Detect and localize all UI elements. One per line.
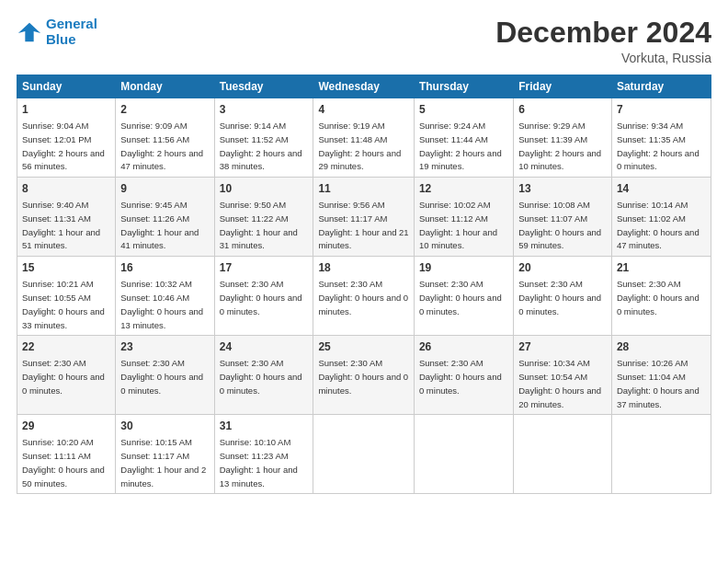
- day-sun-info: Sunrise: 10:21 AM Sunset: 10:55 AM Dayli…: [22, 279, 105, 329]
- day-number: 12: [419, 181, 508, 197]
- calendar: SundayMondayTuesdayWednesdayThursdayFrid…: [17, 75, 711, 494]
- day-sun-info: Sunset: 2:30 AM Daylight: 0 hours and 0 …: [419, 358, 502, 396]
- calendar-cell: 24Sunset: 2:30 AM Daylight: 0 hours and …: [214, 336, 313, 415]
- calendar-cell: [611, 415, 711, 494]
- location: Vorkuta, Russia: [495, 51, 711, 65]
- day-number: 23: [120, 339, 209, 355]
- day-of-week-saturday: Saturday: [611, 75, 711, 98]
- calendar-cell: 22Sunset: 2:30 AM Daylight: 0 hours and …: [17, 336, 116, 415]
- calendar-cell: 13Sunrise: 10:08 AM Sunset: 11:07 AM Day…: [514, 178, 612, 257]
- day-sun-info: Sunrise: 9:14 AM Sunset: 11:52 AM Daylig…: [220, 121, 302, 171]
- day-sun-info: Sunset: 2:30 AM Daylight: 0 hours and 0 …: [22, 358, 105, 396]
- logo-text: General Blue: [46, 17, 97, 47]
- calendar-cell: 1Sunrise: 9:04 AM Sunset: 12:01 PM Dayli…: [17, 98, 116, 178]
- day-number: 13: [518, 181, 607, 197]
- day-number: 17: [220, 260, 309, 276]
- day-number: 25: [318, 339, 409, 355]
- day-number: 22: [22, 339, 110, 355]
- day-sun-info: Sunrise: 9:40 AM Sunset: 11:31 AM Daylig…: [22, 200, 100, 250]
- day-sun-info: Sunrise: 10:15 AM Sunset: 11:17 AM Dayli…: [120, 437, 206, 488]
- calendar-cell: 28Sunrise: 10:26 AM Sunset: 11:04 AM Day…: [611, 336, 711, 415]
- calendar-cell: 4Sunrise: 9:19 AM Sunset: 11:48 AM Dayli…: [313, 98, 415, 178]
- day-sun-info: Sunrise: 9:50 AM Sunset: 11:22 AM Daylig…: [220, 200, 298, 250]
- day-sun-info: Sunrise: 10:34 AM Sunset: 10:54 AM Dayli…: [518, 358, 601, 408]
- title-block: December 2024 Vorkuta, Russia: [495, 17, 711, 65]
- day-number: 7: [617, 102, 706, 118]
- day-number: 28: [617, 339, 706, 355]
- day-number: 19: [419, 260, 508, 276]
- day-sun-info: Sunrise: 10:26 AM Sunset: 11:04 AM Dayli…: [617, 358, 700, 408]
- day-sun-info: Sunrise: 10:08 AM Sunset: 11:07 AM Dayli…: [518, 200, 601, 250]
- calendar-cell: [313, 415, 415, 494]
- day-sun-info: Sunset: 2:30 AM Daylight: 0 hours and 0 …: [318, 358, 408, 396]
- calendar-cell: 8Sunrise: 9:40 AM Sunset: 11:31 AM Dayli…: [17, 178, 116, 257]
- calendar-week-4: 22Sunset: 2:30 AM Daylight: 0 hours and …: [17, 336, 711, 415]
- day-number: 30: [120, 419, 209, 434]
- day-sun-info: Sunrise: 10:10 AM Sunset: 11:23 AM Dayli…: [220, 437, 298, 488]
- day-sun-info: Sunrise: 9:04 AM Sunset: 12:01 PM Daylig…: [22, 121, 105, 171]
- calendar-cell: 25Sunset: 2:30 AM Daylight: 0 hours and …: [313, 336, 415, 415]
- day-number: 2: [120, 102, 209, 118]
- day-number: 29: [22, 419, 110, 434]
- calendar-cell: 29Sunrise: 10:20 AM Sunset: 11:11 AM Day…: [17, 415, 116, 494]
- day-number: 20: [518, 260, 607, 276]
- day-sun-info: Sunrise: 9:56 AM Sunset: 11:17 AM Daylig…: [318, 200, 408, 250]
- day-number: 31: [220, 419, 309, 434]
- day-sun-info: Sunrise: 9:45 AM Sunset: 11:26 AM Daylig…: [120, 200, 199, 250]
- day-sun-info: Sunrise: 10:20 AM Sunset: 11:11 AM Dayli…: [22, 437, 105, 488]
- day-number: 4: [318, 102, 409, 118]
- day-number: 14: [617, 181, 706, 197]
- day-of-week-thursday: Thursday: [414, 75, 513, 98]
- svg-marker-0: [18, 22, 40, 41]
- logo: General Blue: [17, 17, 97, 47]
- day-of-week-friday: Friday: [514, 75, 612, 98]
- calendar-week-5: 29Sunrise: 10:20 AM Sunset: 11:11 AM Day…: [17, 415, 711, 494]
- calendar-cell: 18Sunset: 2:30 AM Daylight: 0 hours and …: [313, 257, 415, 336]
- calendar-cell: [514, 415, 612, 494]
- day-number: 5: [419, 102, 508, 118]
- calendar-cell: 10Sunrise: 9:50 AM Sunset: 11:22 AM Dayl…: [214, 178, 313, 257]
- calendar-cell: 15Sunrise: 10:21 AM Sunset: 10:55 AM Day…: [17, 257, 116, 336]
- day-number: 15: [22, 260, 110, 276]
- day-sun-info: Sunrise: 9:09 AM Sunset: 11:56 AM Daylig…: [120, 121, 203, 171]
- calendar-cell: [414, 415, 513, 494]
- calendar-week-1: 1Sunrise: 9:04 AM Sunset: 12:01 PM Dayli…: [17, 98, 711, 178]
- calendar-cell: 19Sunset: 2:30 AM Daylight: 0 hours and …: [414, 257, 513, 336]
- day-sun-info: Sunset: 2:30 AM Daylight: 0 hours and 0 …: [318, 279, 408, 316]
- header: General Blue December 2024 Vorkuta, Russ…: [17, 17, 711, 65]
- day-number: 9: [120, 181, 209, 197]
- day-sun-info: Sunset: 2:30 AM Daylight: 0 hours and 0 …: [220, 358, 302, 396]
- calendar-cell: 6Sunrise: 9:29 AM Sunset: 11:39 AM Dayli…: [514, 98, 612, 178]
- day-sun-info: Sunrise: 10:32 AM Sunset: 10:46 AM Dayli…: [120, 279, 203, 329]
- day-number: 3: [220, 102, 309, 118]
- day-number: 1: [22, 102, 110, 118]
- calendar-cell: 14Sunrise: 10:14 AM Sunset: 11:02 AM Day…: [611, 178, 711, 257]
- page: General Blue December 2024 Vorkuta, Russ…: [0, 0, 728, 563]
- day-of-week-tuesday: Tuesday: [214, 75, 313, 98]
- calendar-week-3: 15Sunrise: 10:21 AM Sunset: 10:55 AM Day…: [17, 257, 711, 336]
- calendar-cell: 11Sunrise: 9:56 AM Sunset: 11:17 AM Dayl…: [313, 178, 415, 257]
- day-sun-info: Sunrise: 10:02 AM Sunset: 11:12 AM Dayli…: [419, 200, 497, 250]
- calendar-cell: 5Sunrise: 9:24 AM Sunset: 11:44 AM Dayli…: [414, 98, 513, 178]
- day-number: 10: [220, 181, 309, 197]
- calendar-cell: 26Sunset: 2:30 AM Daylight: 0 hours and …: [414, 336, 513, 415]
- logo-icon: [17, 19, 42, 45]
- calendar-cell: 12Sunrise: 10:02 AM Sunset: 11:12 AM Day…: [414, 178, 513, 257]
- calendar-cell: 17Sunset: 2:30 AM Daylight: 0 hours and …: [214, 257, 313, 336]
- day-number: 6: [518, 102, 607, 118]
- day-sun-info: Sunrise: 10:14 AM Sunset: 11:02 AM Dayli…: [617, 200, 700, 250]
- day-number: 27: [518, 339, 607, 355]
- day-number: 26: [419, 339, 508, 355]
- calendar-cell: 23Sunset: 2:30 AM Daylight: 0 hours and …: [116, 336, 214, 415]
- calendar-cell: 9Sunrise: 9:45 AM Sunset: 11:26 AM Dayli…: [116, 178, 214, 257]
- calendar-cell: 2Sunrise: 9:09 AM Sunset: 11:56 AM Dayli…: [116, 98, 214, 178]
- calendar-cell: 20Sunset: 2:30 AM Daylight: 0 hours and …: [514, 257, 612, 336]
- calendar-cell: 7Sunrise: 9:34 AM Sunset: 11:35 AM Dayli…: [611, 98, 711, 178]
- day-sun-info: Sunrise: 9:34 AM Sunset: 11:35 AM Daylig…: [617, 121, 700, 171]
- calendar-cell: 21Sunset: 2:30 AM Daylight: 0 hours and …: [611, 257, 711, 336]
- day-number: 11: [318, 181, 409, 197]
- calendar-cell: 16Sunrise: 10:32 AM Sunset: 10:46 AM Day…: [116, 257, 214, 336]
- day-sun-info: Sunset: 2:30 AM Daylight: 0 hours and 0 …: [120, 358, 203, 396]
- day-number: 16: [120, 260, 209, 276]
- day-sun-info: Sunrise: 9:24 AM Sunset: 11:44 AM Daylig…: [419, 121, 502, 171]
